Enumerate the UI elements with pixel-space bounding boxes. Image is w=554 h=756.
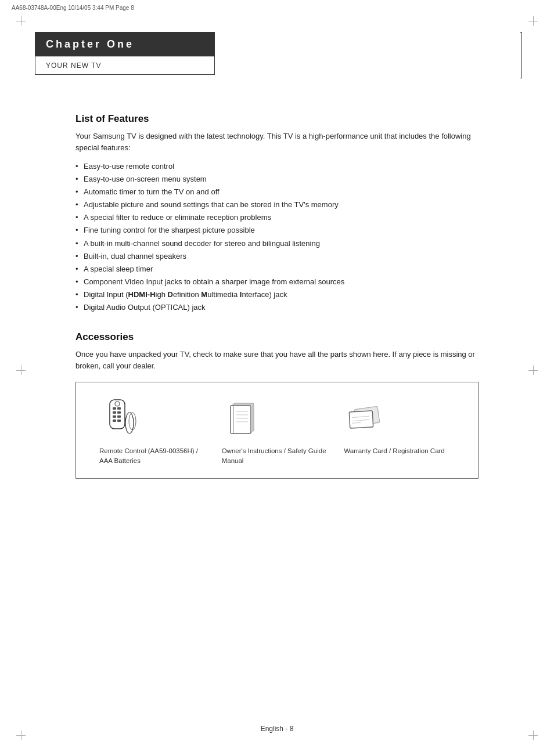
svg-rect-0: [110, 400, 125, 429]
accessory-manual: Owner's Instructions / Safety Guide Manu…: [216, 394, 339, 466]
svg-rect-6: [117, 415, 121, 418]
accessories-intro: Once you have unpacked your TV, check to…: [75, 349, 479, 371]
crosshair-mid-left: [16, 366, 26, 375]
svg-rect-4: [117, 411, 121, 414]
list-item: Component Video Input jacks to obtain a …: [75, 276, 479, 288]
svg-rect-8: [117, 419, 121, 422]
svg-point-9: [115, 401, 120, 406]
svg-rect-2: [117, 407, 121, 410]
list-item: A built-in multi-channel sound decoder f…: [75, 237, 479, 250]
list-item: Built-in, dual channel speakers: [75, 250, 479, 263]
interface-bold: I: [240, 290, 242, 299]
list-item: Easy-to-use on-screen menu system: [75, 173, 479, 186]
list-item: Automatic timer to turn the TV on and of…: [75, 186, 479, 198]
list-item: Easy-to-use remote control: [75, 160, 479, 173]
remote-svg-graphic: [99, 397, 140, 440]
hdmi-bold-text: HDMI-H: [128, 290, 156, 299]
svg-rect-21: [350, 411, 373, 428]
list-item: A special filter to reduce or eliminate …: [75, 211, 479, 224]
list-item: Digital Audio Output (OPTICAL) jack: [75, 301, 479, 314]
crosshair-top-right: [528, 16, 538, 26]
right-border-decoration: [520, 32, 522, 78]
remote-label: Remote Control (AA59-00356H) / AAA Batte…: [99, 446, 210, 466]
accessories-section: Accessories Once you have unpacked your …: [75, 331, 479, 479]
features-list: Easy-to-use remote control Easy-to-use o…: [75, 160, 479, 314]
file-info: AA68-03748A-00Eng 10/14/05 3:44 PM Page …: [12, 5, 134, 11]
features-section: List of Features Your Samsung TV is desi…: [75, 113, 479, 314]
svg-rect-7: [113, 419, 116, 422]
chapter-block: Chapter One Your New TV: [35, 32, 215, 75]
features-intro: Your Samsung TV is designed with the lat…: [75, 131, 479, 153]
warranty-label: Warranty Card / Registration Card: [344, 446, 444, 456]
crosshair-mid-right: [528, 366, 538, 375]
manual-label: Owner's Instructions / Safety Guide Manu…: [222, 446, 333, 466]
footer: English - 8: [0, 725, 554, 733]
list-item: Digital Input (HDMI-High Definition Mult…: [75, 288, 479, 301]
chapter-subtitle: Your New TV: [35, 56, 214, 74]
list-item: Fine tuning control for the sharpest pic…: [75, 224, 479, 237]
main-content: List of Features Your Samsung TV is desi…: [75, 113, 479, 479]
definition-bold: D: [168, 290, 173, 299]
warranty-svg-graphic: [344, 401, 384, 440]
features-heading: List of Features: [75, 113, 479, 125]
remote-icon: [99, 394, 140, 440]
list-item: A special sleep timer: [75, 263, 479, 276]
accessories-heading: Accessories: [75, 331, 479, 343]
warranty-icon: [344, 394, 384, 440]
svg-rect-1: [113, 407, 116, 410]
manual-icon: [222, 394, 260, 440]
list-item: Adjustable picture and sound settings th…: [75, 198, 479, 211]
footer-text: English - 8: [261, 725, 294, 733]
multimedia-bold: M: [201, 290, 207, 299]
chapter-title: Chapter One: [35, 32, 214, 56]
header-bar: AA68-03748A-00Eng 10/14/05 3:44 PM Page …: [12, 5, 542, 11]
accessory-warranty: Warranty Card / Registration Card: [338, 394, 461, 456]
accessories-box: Remote Control (AA59-00356H) / AAA Batte…: [75, 382, 479, 479]
svg-rect-5: [113, 415, 116, 418]
accessory-remote: Remote Control (AA59-00356H) / AAA Batte…: [93, 394, 216, 466]
manual-svg-graphic: [222, 399, 260, 440]
page: AA68-03748A-00Eng 10/14/05 3:44 PM Page …: [0, 0, 554, 756]
crosshair-top-left: [16, 16, 26, 26]
svg-rect-3: [113, 411, 116, 414]
